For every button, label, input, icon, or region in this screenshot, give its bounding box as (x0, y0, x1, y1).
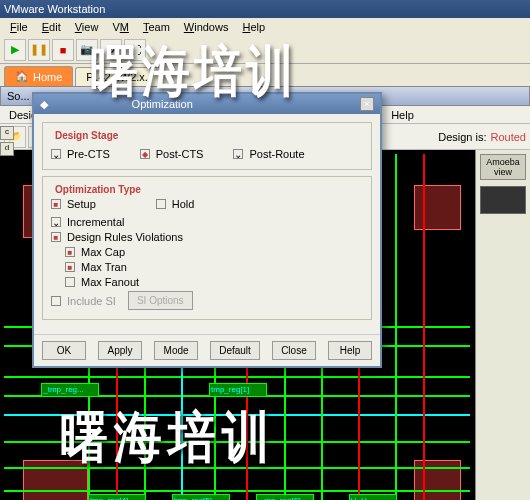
radio-post-cts[interactable]: ◆Post-CTS (140, 148, 204, 160)
wire (4, 467, 470, 469)
menu-file[interactable]: File (4, 19, 34, 35)
vmware-menubar: File Edit View VM Team Windows Help (0, 18, 530, 36)
close-button[interactable]: Close (272, 341, 316, 360)
wire (4, 441, 470, 443)
menu-team[interactable]: Team (137, 19, 176, 35)
check-maxfanout[interactable]: Max Fanout (65, 276, 363, 288)
design-stage-group: Design Stage Pre-CTS ◆Post-CTS Post-Rout… (42, 122, 372, 170)
cell-tmp-reg-6: ...mp_reg[6] (256, 494, 314, 500)
help-button[interactable]: Help (328, 341, 372, 360)
left-toolbar: c d (0, 126, 16, 156)
palette-swatch[interactable] (480, 186, 526, 214)
design-is-label: Design is: (438, 131, 486, 143)
opt-type-label: Optimization Type (51, 184, 145, 195)
menu-windows[interactable]: Windows (178, 19, 235, 35)
check-include-si (51, 296, 61, 306)
menu-vm[interactable]: VM (106, 19, 135, 35)
optimization-type-group: Optimization Type ■Setup Hold Incrementa… (42, 176, 372, 320)
radio-post-route[interactable]: Post-Route (233, 148, 304, 160)
si-options-button: SI Options (128, 291, 193, 310)
tab-home[interactable]: 🏠Home (4, 66, 73, 86)
cell-tmp-reg-4: tmp_reg[4] (88, 494, 146, 500)
wire (4, 376, 470, 378)
default-button[interactable]: Default (210, 341, 260, 360)
mode-button[interactable]: Mode (154, 341, 198, 360)
vmware-titlebar: VMware Workstation (0, 0, 530, 18)
tab-session[interactable]: P..42...W2.x.. (75, 67, 162, 86)
dialog-buttons: OK Apply Mode Default Close Help (34, 334, 380, 366)
cell-tmp-reg-1: tmp_reg[1] (209, 383, 267, 397)
check-drv[interactable]: ■Design Rules Violations (51, 231, 363, 243)
cell-tmp-reg-5: tmp_reg[5] (172, 494, 230, 500)
check-maxcap[interactable]: ■Max Cap (65, 246, 363, 258)
diamond-icon: ◆ (40, 98, 48, 111)
apply-button[interactable]: Apply (98, 341, 142, 360)
macro-block (414, 185, 461, 231)
dialog-titlebar[interactable]: ◆ Optimization × (34, 94, 380, 114)
check-hold[interactable]: Hold (156, 198, 195, 210)
check-incremental[interactable]: Incremental (51, 216, 363, 228)
arrow-icon[interactable]: c (0, 126, 14, 140)
wire (4, 414, 470, 416)
side-panel: Amoeba view (475, 150, 530, 500)
title-text: VMware Workstation (4, 3, 105, 15)
check-setup[interactable]: ■Setup (51, 198, 96, 210)
cell-u: U..U... (349, 494, 397, 500)
cell-tmp-reg: _tmp_reg... (41, 383, 99, 397)
wire (395, 154, 397, 500)
design-status: Routed (491, 131, 526, 143)
settings-icon[interactable]: ⚙ (100, 39, 122, 61)
radio-pre-cts[interactable]: Pre-CTS (51, 148, 110, 160)
wire (423, 154, 425, 500)
vmware-toolbar: ▶ ❚❚ ■ 📷 ⚙ ⛶ (0, 36, 530, 64)
home-icon: 🏠 (15, 70, 29, 83)
amoeba-tab[interactable]: Amoeba view (480, 154, 526, 180)
pause-icon[interactable]: ❚❚ (28, 39, 50, 61)
ok-button[interactable]: OK (42, 341, 86, 360)
wire (4, 490, 470, 492)
design-stage-label: Design Stage (51, 130, 122, 141)
snapshot-icon[interactable]: 📷 (76, 39, 98, 61)
macro-block (414, 460, 461, 500)
dialog-title: Optimization (132, 98, 193, 110)
fullscreen-icon[interactable]: ⛶ (124, 39, 146, 61)
app-menu-help[interactable]: Help (386, 107, 419, 123)
power-on-icon[interactable]: ▶ (4, 39, 26, 61)
check-maxtran[interactable]: ■Max Tran (65, 261, 363, 273)
vmware-tabs: 🏠Home P..42...W2.x.. (0, 64, 530, 86)
optimization-dialog: ◆ Optimization × Design Stage Pre-CTS ◆P… (32, 92, 382, 368)
menu-edit[interactable]: Edit (36, 19, 67, 35)
menu-help[interactable]: Help (236, 19, 271, 35)
macro-block (23, 460, 88, 500)
menu-view[interactable]: View (69, 19, 105, 35)
stop-icon[interactable]: ■ (52, 39, 74, 61)
ruler-icon[interactable]: d (0, 142, 14, 156)
close-icon[interactable]: × (360, 97, 374, 111)
